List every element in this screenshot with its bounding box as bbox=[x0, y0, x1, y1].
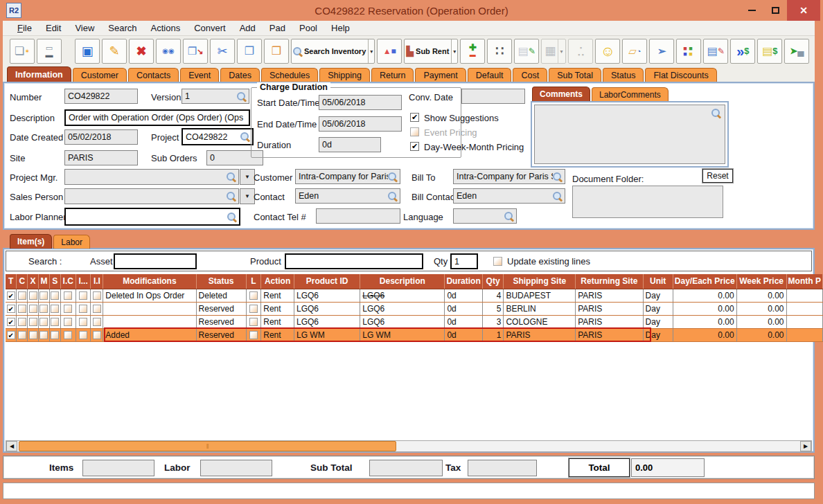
row-flag-checkbox[interactable] bbox=[93, 318, 101, 326]
day-week-month-checkbox[interactable]: ✔ bbox=[410, 142, 419, 151]
col-header-modifications[interactable]: Modifications bbox=[103, 274, 196, 289]
col-header-x[interactable]: X bbox=[28, 274, 39, 289]
row-flag-checkbox[interactable] bbox=[64, 305, 72, 313]
product-input[interactable] bbox=[285, 253, 423, 269]
row-flag-checkbox[interactable] bbox=[18, 305, 26, 313]
description-field[interactable]: Order with Operation Order (Ops Order) (… bbox=[64, 109, 250, 126]
asset-input[interactable] bbox=[114, 253, 197, 269]
grid-row[interactable]: ✔ReservedRentLGQ6LGQ60d3COLOGNEPARISDay0… bbox=[6, 315, 823, 328]
sales-person-dropdown[interactable]: ▼ bbox=[240, 188, 255, 204]
search-icon[interactable] bbox=[553, 192, 562, 201]
tab-sub-total[interactable]: Sub Total bbox=[549, 68, 601, 82]
tab-comments[interactable]: Comments bbox=[532, 87, 590, 101]
row-flag-checkbox[interactable] bbox=[18, 318, 26, 326]
maximize-button[interactable] bbox=[763, 0, 787, 21]
tab-laborcomments[interactable]: LaborComments bbox=[592, 87, 669, 101]
search-icon[interactable] bbox=[227, 172, 236, 181]
edit-button[interactable]: ✎ bbox=[102, 39, 127, 64]
menu-add[interactable]: Add bbox=[233, 21, 262, 35]
tab-contacts[interactable]: Contacts bbox=[128, 68, 179, 82]
folder-history-button[interactable]: ▱◔ bbox=[622, 39, 647, 64]
save-button[interactable]: ▣ bbox=[75, 39, 100, 64]
menu-pad[interactable]: Pad bbox=[263, 21, 292, 35]
new-document-button[interactable]: ❏✶ bbox=[10, 39, 35, 64]
pad-button[interactable]: ➢ bbox=[649, 39, 674, 64]
language-field[interactable] bbox=[453, 208, 517, 224]
tab-return[interactable]: Return bbox=[371, 68, 414, 82]
inventory-shapes-button[interactable]: ▲■ bbox=[377, 39, 402, 64]
show-suggestions-checkbox[interactable]: ✔ bbox=[410, 113, 419, 122]
row-flag-checkbox[interactable] bbox=[39, 305, 48, 313]
bill-to-field[interactable]: Intra-Company for Paris Sh bbox=[453, 169, 565, 184]
row-flag-checkbox[interactable] bbox=[39, 331, 48, 339]
delete-button[interactable]: ✖ bbox=[129, 39, 154, 64]
grid-row[interactable]: ✔AddedReservedRentLG WMLG WM0d1PARISPARI… bbox=[6, 328, 823, 341]
grid-row[interactable]: ✔ReservedRentLGQ6LGQ60d5BERLINPARISDay0.… bbox=[6, 302, 823, 315]
reset-button[interactable]: Reset bbox=[702, 169, 733, 183]
row-flag-checkbox[interactable] bbox=[39, 291, 48, 300]
comments-textarea[interactable] bbox=[534, 105, 725, 164]
qty-input[interactable]: 1 bbox=[450, 253, 478, 269]
row-flag-checkbox[interactable] bbox=[93, 305, 101, 313]
col-header-i-c[interactable]: I.C bbox=[60, 274, 76, 289]
col-header-month-p[interactable]: Month P bbox=[786, 274, 822, 289]
search-icon[interactable] bbox=[553, 172, 562, 181]
tab-information[interactable]: Information bbox=[7, 66, 71, 82]
col-header-shipping-site[interactable]: Shipping Site bbox=[504, 274, 576, 289]
row-l-checkbox[interactable] bbox=[249, 291, 258, 300]
bill-contact-field[interactable]: Eden bbox=[453, 188, 565, 204]
tab-dates[interactable]: Dates bbox=[220, 68, 260, 82]
row-flag-checkbox[interactable] bbox=[29, 291, 37, 300]
tab-schedules[interactable]: Schedules bbox=[261, 68, 318, 82]
notes-button[interactable]: ▤✎ bbox=[514, 39, 539, 64]
paste-button[interactable]: ❒ bbox=[264, 39, 289, 64]
row-flag-checkbox[interactable] bbox=[64, 318, 72, 326]
horizontal-scrollbar[interactable]: ◀ ‖ ▶ bbox=[6, 440, 812, 452]
row-flag-checkbox[interactable] bbox=[18, 331, 26, 339]
search-icon[interactable] bbox=[388, 172, 397, 181]
edit-order-button[interactable]: ▤✎ bbox=[703, 39, 728, 64]
row-flag-checkbox[interactable] bbox=[64, 291, 72, 300]
col-header-action[interactable]: Action bbox=[261, 274, 294, 289]
menu-convert[interactable]: Convert bbox=[188, 21, 232, 35]
tab-shipping[interactable]: Shipping bbox=[319, 68, 370, 82]
chevron-down-icon[interactable]: ▾ bbox=[368, 39, 373, 63]
scrollbar-thumb[interactable]: ‖ bbox=[19, 441, 396, 451]
row-flag-checkbox[interactable] bbox=[51, 318, 59, 326]
update-lines-checkbox[interactable] bbox=[493, 257, 502, 266]
menu-search[interactable]: Search bbox=[102, 21, 143, 35]
row-flag-checkbox[interactable] bbox=[29, 305, 37, 313]
menu-pool[interactable]: Pool bbox=[293, 21, 324, 35]
row-flag-checkbox[interactable] bbox=[64, 331, 72, 339]
row-flag-checkbox[interactable] bbox=[51, 305, 59, 313]
currency-transfer-button[interactable]: »$ bbox=[730, 39, 755, 64]
tab-cost[interactable]: Cost bbox=[513, 68, 547, 82]
search-icon[interactable] bbox=[240, 132, 249, 141]
row-flag-checkbox[interactable] bbox=[93, 291, 101, 300]
pool-button[interactable]: ■■■■ bbox=[676, 39, 701, 64]
add-line-button[interactable]: ✚▬ bbox=[460, 39, 485, 64]
delivery-button[interactable]: ➤▄ bbox=[784, 39, 809, 64]
col-header-i-i[interactable]: I.I bbox=[91, 274, 103, 289]
labor-planner-field[interactable] bbox=[64, 208, 240, 226]
row-flag-checkbox[interactable] bbox=[79, 291, 87, 300]
menu-help[interactable]: Help bbox=[325, 21, 356, 35]
contact-field[interactable]: Eden bbox=[295, 188, 400, 204]
chevron-down-icon[interactable]: ▾ bbox=[451, 39, 456, 63]
project-mgr-field[interactable] bbox=[64, 169, 239, 185]
row-flag-checkbox[interactable]: ✔ bbox=[7, 318, 15, 326]
customer-field[interactable]: Intra-Company for Paris Sh bbox=[295, 169, 400, 184]
col-header-returning-site[interactable]: Returning Site bbox=[576, 274, 643, 289]
row-flag-checkbox[interactable]: ✔ bbox=[7, 305, 15, 313]
menu-actions[interactable]: Actions bbox=[145, 21, 187, 35]
col-header-t[interactable]: T bbox=[6, 274, 17, 289]
col-header-i[interactable]: I... bbox=[76, 274, 91, 289]
contact-tel-field[interactable] bbox=[316, 208, 400, 224]
row-flag-checkbox[interactable] bbox=[29, 331, 37, 339]
row-flag-checkbox[interactable] bbox=[79, 331, 87, 339]
row-l-checkbox[interactable] bbox=[249, 305, 258, 313]
row-flag-checkbox[interactable] bbox=[39, 318, 48, 326]
tab-event[interactable]: Event bbox=[180, 68, 219, 82]
find-button[interactable]: ◉◉ bbox=[156, 39, 181, 64]
row-flag-checkbox[interactable]: ✔ bbox=[7, 291, 15, 300]
